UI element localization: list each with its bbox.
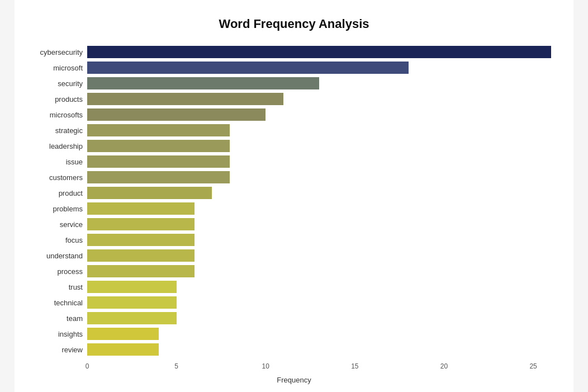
bar-track: [87, 265, 551, 277]
bar-label: service: [37, 220, 87, 229]
x-axis-ticks: 0510152025: [87, 362, 551, 374]
x-tick: 15: [351, 362, 358, 370]
bar-row: cybersecurity: [37, 45, 551, 59]
bar-row: problems: [37, 201, 551, 216]
bar-fill: [87, 187, 212, 199]
bar-row: product: [37, 186, 551, 200]
bar-row: review: [37, 342, 551, 357]
x-tick: 10: [262, 362, 269, 370]
bar-fill: [87, 281, 177, 293]
bar-label: microsoft: [37, 64, 87, 72]
bar-label: technical: [37, 299, 87, 307]
bar-track: [87, 46, 551, 58]
bar-fill: [87, 93, 283, 105]
bar-track: [87, 171, 551, 183]
bar-row: microsoft: [37, 60, 551, 75]
bar-label: strategic: [37, 126, 87, 135]
bar-fill: [87, 296, 177, 309]
bar-track: [87, 312, 551, 324]
bar-fill: [87, 312, 177, 324]
bar-track: [87, 77, 551, 89]
bar-track: [87, 140, 551, 152]
chart-area: cybersecuritymicrosoftsecurityproductsmi…: [37, 45, 551, 384]
x-tick: 20: [440, 362, 448, 370]
bar-label: problems: [37, 205, 87, 213]
bar-label: understand: [37, 252, 87, 260]
bar-label: trust: [37, 283, 87, 291]
bar-label: security: [37, 79, 87, 88]
bar-label: insights: [37, 330, 87, 338]
bar-row: customers: [37, 170, 551, 185]
bar-fill: [87, 77, 319, 89]
bar-label: issue: [37, 158, 87, 166]
bar-fill: [87, 202, 195, 215]
bar-track: [87, 234, 551, 246]
bar-track: [87, 249, 551, 262]
bar-row: technical: [37, 295, 551, 310]
bar-fill: [87, 171, 230, 183]
bar-row: products: [37, 92, 551, 106]
x-tick: 25: [529, 362, 537, 370]
bar-fill: [87, 265, 195, 277]
bar-fill: [87, 234, 195, 246]
x-axis: 0510152025: [37, 362, 551, 374]
bar-row: strategic: [37, 123, 551, 138]
bar-label: process: [37, 267, 87, 276]
bar-fill: [87, 328, 159, 340]
bar-row: understand: [37, 248, 551, 263]
bar-fill: [87, 218, 195, 230]
bar-label: microsofts: [37, 111, 87, 119]
bar-row: service: [37, 217, 551, 232]
bar-fill: [87, 62, 409, 74]
bar-track: [87, 328, 551, 340]
bar-fill: [87, 124, 230, 136]
bar-track: [87, 343, 551, 356]
bar-row: focus: [37, 233, 551, 247]
bar-track: [87, 124, 551, 136]
x-axis-label: Frequency: [37, 376, 551, 384]
bar-label: products: [37, 95, 87, 103]
bar-row: process: [37, 264, 551, 278]
x-tick: 5: [174, 362, 178, 370]
bars-section: cybersecuritymicrosoftsecurityproductsmi…: [37, 45, 551, 358]
x-tick: 0: [86, 362, 89, 370]
bar-row: security: [37, 76, 551, 91]
bar-fill: [87, 46, 551, 58]
bar-track: [87, 108, 551, 121]
bar-label: review: [37, 346, 87, 354]
bar-row: leadership: [37, 139, 551, 153]
bar-row: issue: [37, 154, 551, 169]
bar-label: product: [37, 189, 87, 197]
bar-row: trust: [37, 280, 551, 294]
bar-track: [87, 187, 551, 199]
bar-label: customers: [37, 173, 87, 182]
bar-label: focus: [37, 236, 87, 244]
bar-fill: [87, 140, 230, 152]
bar-track: [87, 62, 551, 74]
bar-fill: [87, 108, 265, 121]
chart-container: Word Frequency Analysis cybersecuritymic…: [15, 0, 573, 392]
chart-title: Word Frequency Analysis: [37, 17, 551, 31]
bar-track: [87, 281, 551, 293]
bar-track: [87, 296, 551, 309]
bar-label: leadership: [37, 142, 87, 150]
bar-track: [87, 218, 551, 230]
bar-track: [87, 202, 551, 215]
bar-row: microsofts: [37, 107, 551, 122]
bar-fill: [87, 249, 195, 262]
bar-fill: [87, 343, 159, 356]
bar-row: team: [37, 311, 551, 325]
bar-track: [87, 93, 551, 105]
bar-fill: [87, 155, 230, 168]
bar-label: team: [37, 314, 87, 323]
bar-row: insights: [37, 327, 551, 341]
bar-label: cybersecurity: [37, 48, 87, 56]
bar-track: [87, 155, 551, 168]
